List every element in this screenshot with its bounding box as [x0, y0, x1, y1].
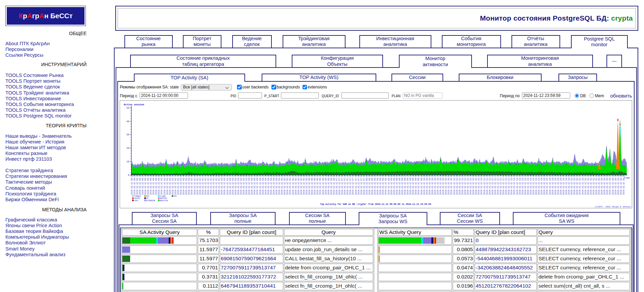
svg-text:2024-11-12 01:29: 2024-11-12 01:29 — [174, 174, 176, 195]
svg-text:2024-11-12 03:44: 2024-11-12 03:44 — [240, 174, 242, 195]
svg-text:2024-11-12 05:59: 2024-11-12 05:59 — [305, 174, 308, 195]
svg-text:2024-11-12 02:54: 2024-11-12 02:54 — [215, 174, 218, 195]
svg-text:10: 10 — [126, 160, 129, 163]
svg-text:2024-11-12 09:49: 2024-11-12 09:49 — [418, 174, 420, 195]
svg-text:2024-11-12 13:51: 2024-11-12 13:51 — [535, 174, 538, 195]
svg-text:2024-11-12 00:39: 2024-11-12 00:39 — [150, 174, 152, 195]
svg-text:2024-11-12 11:36: 2024-11-12 11:36 — [470, 174, 472, 195]
svg-text:2024-11-12 06:16: 2024-11-12 06:16 — [314, 174, 316, 195]
svg-text:2024-11-12 07:29: 2024-11-12 07:29 — [349, 174, 352, 195]
svg-text:2024-11-12 16:00: 2024-11-12 16:00 — [598, 174, 600, 195]
svg-text:2024-11-12 09:32: 2024-11-12 09:32 — [409, 174, 412, 195]
svg-text:2024-11-12 08:59: 2024-11-12 08:59 — [393, 174, 395, 195]
svg-text:2024-11-12 02:26: 2024-11-12 02:26 — [201, 174, 204, 195]
svg-text:Top activity for SAH on DB ‘cr: Top activity for SAH on DB ‘crypta’ from… — [320, 203, 431, 206]
svg-text:2024-11-12 16:17: 2024-11-12 16:17 — [606, 174, 609, 195]
svg-text:2024-11-12 08:36: 2024-11-12 08:36 — [382, 174, 384, 195]
svg-text:2024-11-12 11:30: 2024-11-12 11:30 — [467, 174, 469, 195]
svg-text:2024-11-12 11:42: 2024-11-12 11:42 — [472, 174, 475, 195]
svg-text:2024-11-12 01:41: 2024-11-12 01:41 — [180, 174, 182, 195]
svg-text:2024-11-12 02:03: 2024-11-12 02:03 — [191, 174, 193, 195]
svg-text:2024-11-12 10:40: 2024-11-12 10:40 — [442, 174, 445, 195]
svg-text:20: 20 — [126, 147, 129, 150]
svg-text:2024-11-12 02:14: 2024-11-12 02:14 — [196, 174, 198, 195]
svg-text:2024-11-12 00:56: 2024-11-12 00:56 — [158, 174, 160, 195]
svg-text:2024-11-12 03:39: 2024-11-12 03:39 — [237, 174, 239, 195]
svg-text:2024-11-12 03:27: 2024-11-12 03:27 — [232, 174, 234, 195]
svg-text:2024-11-12 05:48: 2024-11-12 05:48 — [300, 174, 302, 195]
svg-text:2024-11-12 02:59: 2024-11-12 02:59 — [218, 174, 220, 195]
svg-text:2024-11-12 02:37: 2024-11-12 02:37 — [207, 174, 209, 195]
svg-text:2024-11-12 04:23: 2024-11-12 04:23 — [259, 174, 261, 195]
svg-text:2024-11-12 10:17: 2024-11-12 10:17 — [431, 174, 433, 195]
svg-text:2024-11-12 05:42: 2024-11-12 05:42 — [297, 174, 300, 195]
svg-text:IPC: IPC — [146, 195, 149, 197]
svg-text:2024-11-12 14:19: 2024-11-12 14:19 — [549, 174, 551, 195]
svg-text:CLIENT: CLIENT — [160, 195, 166, 197]
svg-text:2024-11-12 08:14: 2024-11-12 08:14 — [371, 174, 374, 195]
svg-text:2024-11-12 03:05: 2024-11-12 03:05 — [221, 174, 223, 195]
svg-text:2024-11-12 13:45: 2024-11-12 13:45 — [532, 174, 535, 195]
svg-text:2024-11-12 06:38: 2024-11-12 06:38 — [325, 174, 327, 195]
svg-text:2024-11-12 05:03: 2024-11-12 05:03 — [278, 174, 281, 195]
svg-text:2024-11-12 16:28: 2024-11-12 16:28 — [612, 174, 614, 195]
svg-text:2024-11-12 03:50: 2024-11-12 03:50 — [243, 174, 245, 195]
svg-text:2024-11-12 04:18: 2024-11-12 04:18 — [256, 174, 259, 195]
svg-text:2024-11-12 05:53: 2024-11-12 05:53 — [303, 174, 305, 195]
svg-text:2024-11-12 08:47: 2024-11-12 08:47 — [387, 174, 390, 195]
svg-text:2024-11-12 15:15: 2024-11-12 15:15 — [576, 174, 578, 195]
svg-text:2024-11-12 07:46: 2024-11-12 07:46 — [357, 174, 360, 195]
svg-text:2024-11-12 07:23: 2024-11-12 07:23 — [347, 174, 349, 195]
svg-text:2024-11-12 16:11: 2024-11-12 16:11 — [603, 174, 606, 195]
svg-text:2024-11-12 00:22: 2024-11-12 00:22 — [141, 174, 144, 195]
svg-text:2024-11-12 01:13: 2024-11-12 01:13 — [166, 174, 168, 195]
svg-text:40: 40 — [126, 120, 129, 123]
svg-text:Time: Time — [624, 176, 630, 179]
svg-text:2024-11-12 07:51: 2024-11-12 07:51 — [360, 174, 362, 195]
svg-text:2024-11-12 09:16: 2024-11-12 09:16 — [401, 174, 403, 195]
svg-text:2024-11-12 03:22: 2024-11-12 03:22 — [229, 174, 231, 195]
svg-text:2024-11-12 10:29: 2024-11-12 10:29 — [437, 174, 439, 195]
svg-text:2024-11-12 07:18: 2024-11-12 07:18 — [344, 174, 346, 195]
svg-text:2024-11-12 00:33: 2024-11-12 00:33 — [147, 174, 149, 195]
svg-text:LOCK: LOCK — [134, 200, 138, 201]
svg-text:2024-11-12 04:12: 2024-11-12 04:12 — [254, 174, 256, 195]
svg-text:2024-11-12 01:46: 2024-11-12 01:46 — [183, 174, 185, 195]
svg-text:2024-11-12 13:23: 2024-11-12 13:23 — [521, 174, 524, 195]
svg-text:2024-11-12 08:25: 2024-11-12 08:25 — [377, 174, 379, 195]
svg-text:2024-11-12 13:11: 2024-11-12 13:11 — [516, 174, 518, 195]
svg-text:2024-11-12 00:16: 2024-11-12 00:16 — [139, 174, 141, 195]
svg-text:2024-11-12 01:01: 2024-11-12 01:01 — [161, 174, 163, 195]
svg-text:2024-11-12 08:42: 2024-11-12 08:42 — [385, 174, 387, 195]
svg-text:2024-11-12 07:01: 2024-11-12 07:01 — [335, 174, 338, 195]
svg-text:2024-11-12 05:25: 2024-11-12 05:25 — [289, 174, 291, 195]
svg-text:2024-11-12 14:02: 2024-11-12 14:02 — [541, 174, 543, 195]
svg-text:2024-11-12 02:31: 2024-11-12 02:31 — [204, 174, 207, 195]
svg-text:2024-11-12 03:16: 2024-11-12 03:16 — [226, 174, 229, 195]
svg-text:2024-11-12 06:10: 2024-11-12 06:10 — [311, 174, 313, 195]
svg-text:2024-11-12 08:19: 2024-11-12 08:19 — [374, 174, 376, 195]
svg-text:30: 30 — [126, 133, 129, 136]
svg-text:2024-11-12 15:37: 2024-11-12 15:37 — [587, 174, 589, 195]
svg-text:2024-11-12 06:21: 2024-11-12 06:21 — [316, 174, 319, 195]
svg-text:2024-11-12 09:04: 2024-11-12 09:04 — [396, 174, 398, 195]
svg-text:2024-11-12 12:43: 2024-11-12 12:43 — [502, 174, 505, 195]
svg-text:2024-11-12 11:53: 2024-11-12 11:53 — [478, 174, 480, 195]
svg-text:2024-11-12 05:37: 2024-11-12 05:37 — [294, 174, 297, 195]
svg-text:2024-11-12 12:27: 2024-11-12 12:27 — [494, 174, 496, 195]
svg-text:2024-11-12 04:01: 2024-11-12 04:01 — [248, 174, 251, 195]
svg-text:2024-11-12 07:34: 2024-11-12 07:34 — [352, 174, 354, 195]
svg-text:2024-11-12 08:31: 2024-11-12 08:31 — [379, 174, 382, 195]
svg-text:2024-11-12 03:33: 2024-11-12 03:33 — [234, 174, 237, 195]
svg-text:2024-11-12 01:52: 2024-11-12 01:52 — [185, 174, 188, 195]
svg-text:2024-11-12 15:49: 2024-11-12 15:49 — [592, 174, 595, 195]
svg-text:2024-11-12 02:20: 2024-11-12 02:20 — [199, 174, 201, 195]
svg-text:2024-11-12 11:02: 2024-11-12 11:02 — [453, 174, 455, 195]
svg-text:2024-11-12 11:19: 2024-11-12 11:19 — [461, 174, 463, 195]
svg-text:2024-11-12 12:49: 2024-11-12 12:49 — [505, 174, 507, 195]
svg-text:2024-11-12 14:58: 2024-11-12 14:58 — [568, 174, 570, 195]
svg-text:2024-11-12 14:30: 2024-11-12 14:30 — [554, 174, 556, 195]
svg-text:2024-11-12 04:57: 2024-11-12 04:57 — [276, 174, 278, 195]
svg-text:2024-11-12 00:00: 2024-11-12 00:00 — [130, 174, 133, 195]
svg-text:2024-11-12 11:08: 2024-11-12 11:08 — [456, 174, 458, 195]
